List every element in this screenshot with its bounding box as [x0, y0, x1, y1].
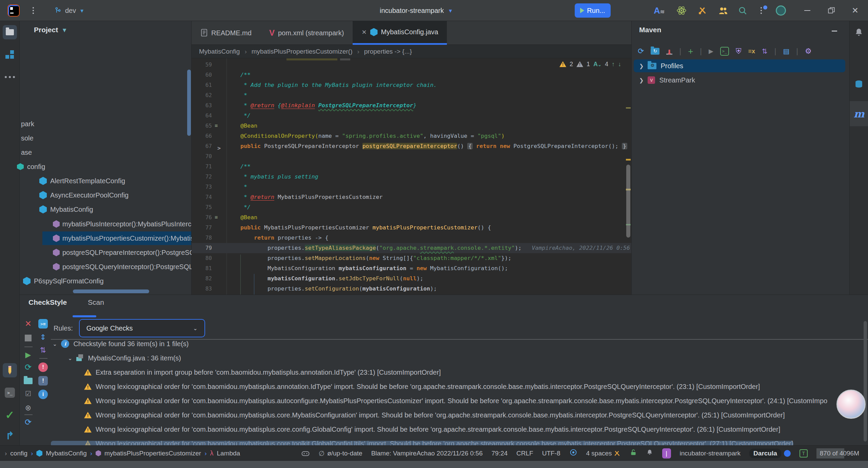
window-minimize-button[interactable] — [804, 0, 810, 21]
project-tree-item[interactable]: postgreSQLPrepareInterceptor():PostgreSQ… — [53, 246, 191, 259]
atom-icon[interactable] — [676, 0, 687, 21]
code-line[interactable]: 79 properties.setTypeAliasesPackage("org… — [192, 243, 631, 253]
maven-refresh-icon[interactable]: ⟳ — [638, 47, 644, 56]
users-icon[interactable] — [718, 0, 728, 21]
cs-checklist-button[interactable]: ☑ — [22, 388, 34, 399]
cs-expand-all-icon[interactable]: ⇕ — [37, 332, 49, 343]
code-line[interactable]: 60 /** — [192, 70, 631, 80]
cs-patch-button[interactable]: ⊗ — [22, 402, 34, 414]
maven-toggle-icon[interactable]: ≡x — [748, 48, 755, 55]
statusbar-project-name[interactable]: incubator-streampark — [680, 450, 741, 457]
project-tree-item[interactable]: P6spySqlFormatConfig — [23, 274, 191, 288]
database-tool-button[interactable] — [852, 77, 866, 92]
lamp-icon[interactable] — [646, 449, 653, 458]
code-line[interactable]: 73 * — [192, 182, 631, 192]
plugin-badge[interactable]: | — [662, 448, 671, 458]
checkstyle-scan-tab[interactable]: Scan — [88, 298, 104, 306]
rules-dropdown[interactable]: Google Checks ⌄ — [79, 319, 205, 337]
maven-node-profiles[interactable]: ❯⚙Profiles — [634, 59, 845, 72]
project-tree-item[interactable]: sole — [21, 131, 191, 145]
statusbar-crumb-method[interactable]: mybatisPlusPropertiesCustomizer — [104, 450, 201, 457]
checkstyle-panel-title[interactable]: CheckStyle — [28, 298, 67, 306]
cs-info-filter-button[interactable]: i — [37, 389, 49, 400]
breadcrumb-item[interactable]: mybatisPlusPropertiesCustomizer() — [252, 48, 353, 55]
code-line[interactable]: 82 mybatisConfiguration.setJdbcTypeForNu… — [192, 274, 631, 284]
code-line[interactable]: 83 properties.setConfiguration(mybatisCo… — [192, 284, 631, 294]
maven-collapse-icon[interactable]: ⇅ — [762, 47, 768, 55]
maven-execute-icon[interactable]: >_ — [720, 47, 729, 56]
breadcrumb-item[interactable]: properties -> {...} — [364, 48, 412, 55]
checkstyle-row[interactable]: ⌄iCheckstyle found 36 item(s) in 1 file(… — [53, 337, 189, 351]
project-tree-item[interactable]: postgreSQLQueryInterceptor():PostgreSQLQ… — [53, 260, 191, 274]
maven-download-icon[interactable]: ⬇ — [666, 48, 672, 55]
editor-tab[interactable]: README.md — [192, 21, 260, 45]
run-button[interactable]: Run... — [575, 3, 611, 18]
notifications-bell-icon[interactable] — [852, 25, 866, 39]
project-tree-item[interactable]: config — [17, 160, 191, 173]
expand-chevron-icon[interactable]: ❯ — [639, 77, 644, 83]
checkstyle-row[interactable]: Wrong lexicographical order for 'com.bao… — [84, 408, 785, 422]
user-avatar-icon[interactable] — [776, 5, 786, 16]
editor-tab[interactable]: ✕MybatisConfig.java — [353, 21, 447, 45]
cs-refresh-button[interactable]: ⟳ — [22, 416, 34, 428]
cs-vscrollbar[interactable] — [864, 321, 867, 442]
project-hscrollbar[interactable] — [73, 289, 149, 293]
gamepad-icon[interactable] — [301, 449, 310, 458]
checkstyle-row[interactable]: Wrong lexicographical order for 'com.bao… — [84, 394, 827, 408]
settings-kebab-icon[interactable] — [761, 0, 762, 21]
cs-collapse-all-icon[interactable]: ⇅ — [37, 344, 49, 356]
bean-gutter-icon[interactable]: ≡ — [215, 214, 220, 220]
cs-rerun-button[interactable]: ⟳ — [22, 361, 34, 373]
memory-indicator[interactable]: 870 of 4096M — [816, 448, 863, 458]
maven-reload-sources-icon[interactable]: ↻ — [651, 48, 659, 55]
translate-icon[interactable]: A≋ — [654, 0, 665, 21]
code-line[interactable]: 72 * mybatis plus setting — [192, 172, 631, 182]
maven-run-icon[interactable]: ▶ — [709, 48, 713, 55]
next-warning-icon[interactable]: ↓ — [618, 61, 621, 68]
checkstyle-row[interactable]: Wrong lexicographical order for 'com.bao… — [84, 380, 760, 393]
checkstyle-tool-button[interactable] — [3, 363, 17, 377]
terminal-tool-button[interactable]: >_ — [3, 386, 17, 400]
project-tree-item[interactable]: mybatisPlusInterceptor():MybatisPlusInte… — [53, 217, 191, 231]
structure-tool-button[interactable] — [3, 48, 17, 62]
cs-filter-terminal-icon[interactable]: >≡ — [37, 318, 49, 330]
git-tool-button[interactable]: ↱ — [3, 428, 17, 443]
search-icon[interactable] — [738, 0, 747, 21]
code-line[interactable]: 61 * Add the plugin to the MyBatis plugi… — [192, 80, 631, 90]
caret-position-widget[interactable]: 79:24 — [492, 450, 508, 457]
statusbar-crumb-class[interactable]: MybatisConfig — [46, 450, 86, 457]
code-line[interactable]: 67> public PostgreSQLPrepareInterceptor … — [192, 141, 631, 151]
code-line[interactable]: 63 * @return {@linkplain PostgreSQLPrepa… — [192, 100, 631, 111]
tools-icon[interactable] — [698, 0, 707, 21]
code-line[interactable]: 66 @ConditionalOnProperty(name = "spring… — [192, 131, 631, 141]
code-line[interactable]: 81 MybatisConfiguration mybatisConfigura… — [192, 263, 631, 274]
project-tree-item[interactable]: MybatisConfig — [39, 203, 191, 216]
cs-error-filter-button[interactable]: ! — [37, 361, 49, 373]
project-tree-item[interactable]: mybatisPlusPropertiesCustomizer():Mybati… — [42, 231, 191, 245]
line-separator-widget[interactable]: CRLF — [516, 450, 533, 457]
cs-warning-filter-button[interactable]: ! — [37, 375, 49, 387]
project-tree-item[interactable]: AsyncExecutorPoolConfig — [39, 188, 191, 202]
maven-minimize-icon[interactable] — [832, 31, 837, 32]
maven-tab-button[interactable]: m — [850, 101, 868, 126]
code-line[interactable]: 62 * — [192, 90, 631, 100]
code-viewport[interactable]: 5960 /**61 * Add the plugin to the MyBat… — [192, 58, 631, 295]
project-switcher[interactable]: incubator-streampark ▼ — [380, 0, 453, 21]
code-line[interactable]: 80 properties.setMapperLocations(new Str… — [192, 253, 631, 263]
lock-icon[interactable] — [630, 449, 637, 458]
cs-run-button[interactable]: ▶ — [22, 349, 34, 361]
indent-widget[interactable]: 4 spaces — [586, 450, 621, 457]
code-line[interactable]: 71 /** — [192, 162, 631, 172]
project-tree-item[interactable]: park — [21, 117, 191, 131]
maven-dependencies-icon[interactable]: ▤ — [783, 47, 789, 55]
checkstyle-row[interactable]: Extra separation in import group before … — [84, 366, 441, 379]
statusbar-crumb-lambda[interactable]: Lambda — [217, 450, 240, 457]
project-tree-item[interactable]: ase — [21, 146, 191, 159]
tab-close-icon[interactable]: ✕ — [361, 29, 367, 36]
expand-chevron-icon[interactable]: ❯ — [639, 63, 644, 69]
cs-stop-button[interactable] — [22, 332, 34, 344]
more-tools-button[interactable] — [3, 70, 17, 84]
blame-widget[interactable]: Blame: VampireAchao 2022/11/26 0:56 — [371, 450, 483, 457]
bean-gutter-icon[interactable]: ≡ — [215, 123, 220, 128]
code-line[interactable]: 77 public MybatisPlusPropertiesCustomize… — [192, 223, 631, 233]
